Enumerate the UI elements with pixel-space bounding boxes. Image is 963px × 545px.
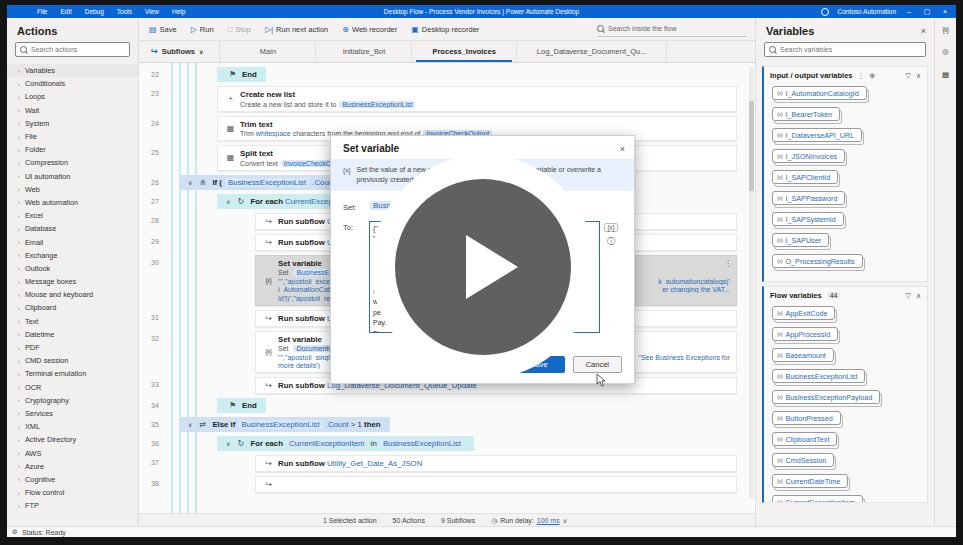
actions-category-cryptography[interactable]: ›Cryptography (7, 394, 138, 407)
actions-category-file[interactable]: ›File (7, 130, 138, 143)
variable-chip-AppProcessId[interactable]: {x}AppProcessId (772, 327, 838, 341)
actions-search-input[interactable]: Search actions (15, 42, 130, 57)
scrollbar-thumb[interactable] (749, 101, 754, 191)
actions-category-wait[interactable]: ›Wait (7, 104, 138, 117)
actions-category-system[interactable]: ›System (7, 117, 138, 130)
variable-chip-I_AutomationCatalogId[interactable]: {x}I_AutomationCatalogId (772, 86, 867, 100)
flow-row-23[interactable]: 23+Create new listCreate a new list and … (139, 86, 745, 112)
images-rail-icon[interactable]: ▦ (942, 70, 949, 79)
variable-chip-CurrentDateTime[interactable]: {x}CurrentDateTime (772, 474, 848, 488)
variable-chip-I_JSONInvoices[interactable]: {x}I_JSONInvoices (772, 149, 845, 163)
flow-row-22[interactable]: 22⚑End (139, 67, 745, 82)
play-button[interactable] (395, 179, 571, 355)
variable-chip-I_SAPPassword[interactable]: {x}I_SAPPassword (772, 191, 845, 205)
cancel-button[interactable]: Cancel (573, 356, 622, 373)
variable-pill[interactable]: BusinessExceptionList (339, 101, 415, 108)
variable-pill[interactable]: BusinessExceptionList (225, 178, 309, 187)
tab-initialize-bot[interactable]: Initialize_Bot (316, 41, 412, 62)
actions-category-pdf[interactable]: ›PDF (7, 341, 138, 354)
variable-chip-AppExitCode[interactable]: {x}AppExitCode (772, 306, 835, 320)
variable-pill[interactable]: BusinessExceptionList (239, 420, 323, 429)
variables-rail-icon[interactable]: {x} (942, 26, 948, 33)
flow-row-38[interactable]: 38↪ (139, 476, 745, 493)
subflows-dropdown[interactable]: ↪ Subflows ∨ (139, 41, 220, 62)
chevron-down-icon[interactable]: ∨ (226, 198, 230, 205)
variable-chip-CmdSession[interactable]: {x}CmdSession (772, 453, 834, 467)
actions-category-cmd-session[interactable]: ›CMD session (7, 354, 138, 367)
variable-pill[interactable]: CurrentExceptionItem (286, 439, 367, 448)
variable-chip-ButtonPressed[interactable]: {x}ButtonPressed (772, 411, 841, 425)
actions-category-database[interactable]: ›Database (7, 222, 138, 235)
actions-category-active-directory[interactable]: ›Active Directory (7, 433, 138, 446)
variable-chip-I_BearerToken[interactable]: {x}I_BearerToken (772, 107, 840, 121)
actions-category-web[interactable]: ›Web (7, 183, 138, 196)
flow-row-37[interactable]: 37↪Run subflow Utility_Get_Date_As_JSON (139, 455, 745, 472)
filter-icon[interactable]: ▽ (905, 72, 910, 80)
actions-category-services[interactable]: ›Services (7, 407, 138, 420)
close-button[interactable]: × (940, 8, 950, 15)
chevron-down-icon[interactable]: ∨ (563, 517, 567, 524)
action-body[interactable]: ∨⇄Else if BusinessExceptionList .Count >… (179, 417, 390, 432)
variable-chip-I_SAPClientId[interactable]: {x}I_SAPClientId (772, 170, 838, 184)
actions-category-web-automation[interactable]: ›Web automation (7, 196, 138, 209)
menu-help[interactable]: Help (172, 8, 185, 15)
variable-chip-Baseamount[interactable]: {x}Baseamount (772, 348, 834, 362)
tab-process-invoices[interactable]: Process_Invoices (412, 41, 516, 62)
variable-chip-I_SAPUser[interactable]: {x}I_SAPUser (772, 233, 829, 247)
actions-category-ui-automation[interactable]: ›UI automation (7, 170, 138, 183)
action-body[interactable]: ↪ (255, 476, 737, 493)
insert-variable-icon[interactable]: {x} (604, 223, 618, 232)
variable-chip-ClipboardText[interactable]: {x}ClipboardText (772, 432, 837, 446)
actions-category-folder[interactable]: ›Folder (7, 143, 138, 156)
actions-category-azure[interactable]: ›Azure (7, 460, 138, 473)
menu-edit[interactable]: Edit (60, 8, 71, 15)
actions-category-outlook[interactable]: ›Outlook (7, 262, 138, 275)
actions-category-datetime[interactable]: ›Datetime (7, 328, 138, 341)
web-recorder-button[interactable]: ⊕Web recorder (342, 25, 397, 34)
more-icon[interactable]: ⋮ (724, 259, 732, 268)
menu-debug[interactable]: Debug (85, 8, 104, 15)
flow-row-35[interactable]: 35∨⇄Else if BusinessExceptionList .Count… (139, 417, 745, 432)
video-play-overlay[interactable] (371, 155, 595, 379)
save-button[interactable]: ▤Save (149, 25, 177, 34)
menu-file[interactable]: File (37, 8, 47, 15)
run-next-action-button[interactable]: ▷|Run next action (265, 25, 328, 34)
variable-chip-I_SAPSystemId[interactable]: {x}I_SAPSystemId (772, 212, 844, 226)
more-icon[interactable]: ⋮ (858, 72, 865, 80)
actions-category-aws[interactable]: ›AWS (7, 446, 138, 459)
flow-row-34[interactable]: 34⚑End (139, 398, 745, 413)
actions-category-cognitive[interactable]: ›Cognitive (7, 473, 138, 486)
action-body[interactable]: ∨↻For each CurrentExceptionItem in Busin… (217, 436, 474, 451)
collapse-icon[interactable]: ∧ (916, 72, 921, 80)
variable-chip-I_DataverseAPI_URL[interactable]: {x}I_DataverseAPI_URL (772, 128, 862, 142)
actions-category-ftp[interactable]: ›FTP (7, 499, 138, 512)
action-body[interactable]: ∨⋔If ( BusinessExceptionList .Count (179, 175, 344, 190)
account-name[interactable]: Contoso Automation (837, 8, 896, 15)
actions-category-text[interactable]: ›Text (7, 315, 138, 328)
dialog-close-icon[interactable]: × (620, 144, 625, 154)
variable-chip-BusinessExceptionPayload[interactable]: {x}BusinessExceptionPayload (772, 390, 880, 404)
desktop-recorder-button[interactable]: ▣Desktop recorder (411, 25, 479, 34)
collapse-icon[interactable]: ∧ (916, 292, 921, 300)
action-body[interactable]: ⚑End (217, 67, 266, 82)
filter-icon[interactable]: ▽ (905, 292, 910, 300)
action-body[interactable]: ⚑End (217, 398, 266, 413)
flow-row-36[interactable]: 36∨↻For each CurrentExceptionItem in Bus… (139, 436, 745, 451)
actions-category-variables[interactable]: ›Variables (7, 64, 138, 77)
variables-close-icon[interactable]: × (921, 26, 926, 36)
run-delay-value[interactable]: 100 ms (537, 517, 560, 524)
maximize-button[interactable]: ▢ (922, 8, 932, 16)
actions-category-xml[interactable]: ›XML (7, 420, 138, 433)
canvas-scrollbar[interactable] (749, 67, 754, 499)
actions-category-mouse-and-keyboard[interactable]: ›Mouse and keyboard (7, 288, 138, 301)
minimize-button[interactable]: – (904, 8, 914, 15)
flow-search-input[interactable]: Search inside the flow (597, 22, 747, 37)
variables-search-input[interactable]: Search variables (764, 42, 926, 57)
menu-view[interactable]: View (145, 8, 159, 15)
ui-elements-rail-icon[interactable]: ◎ (942, 47, 949, 56)
variable-chip-BusinessExceptionList[interactable]: {x}BusinessExceptionList (772, 369, 865, 383)
actions-category-terminal-emulation[interactable]: ›Terminal emulation (7, 367, 138, 380)
add-variable-icon[interactable]: ⊕ (870, 72, 876, 80)
actions-category-flow-control[interactable]: ›Flow control (7, 486, 138, 499)
chevron-down-icon[interactable]: ∨ (226, 440, 230, 447)
